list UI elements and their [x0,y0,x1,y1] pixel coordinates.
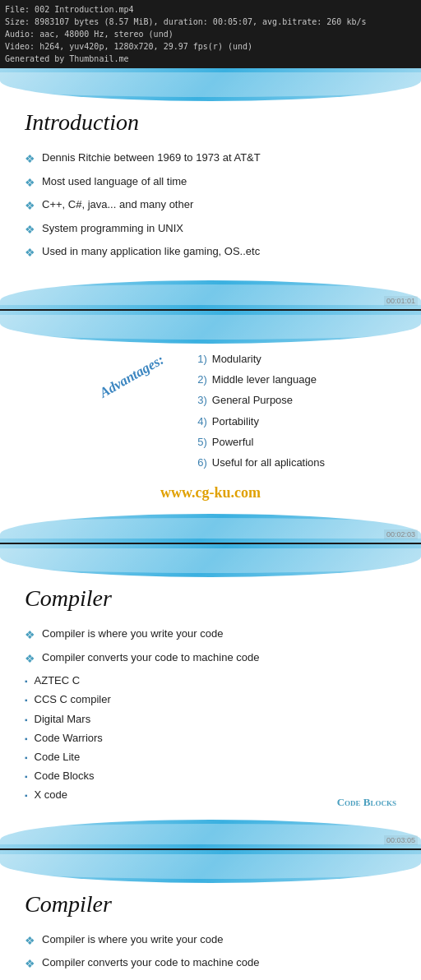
list-num: 1) [192,352,207,367]
list-item: ▪ X code [25,788,396,802]
list-num: 2) [192,372,207,387]
bullet-item: ❖ Dennis Ritchie between 1969 to 1973 at… [25,150,396,168]
list-text: CCS C compiler [35,692,111,707]
list-item: 2) Middle lever language [192,372,325,387]
file-info-line4: Video: h264, yuv420p, 1280x720, 29.97 fp… [5,40,416,53]
list-item: ▪ AZTEC C [25,673,396,688]
file-info-line5: Generated by Thumbnail.me [5,53,416,65]
diamond-icon: ❖ [25,627,35,644]
list-text: Digital Mars [35,712,91,727]
square-icon: ▪ [25,733,28,745]
list-text: Powerful [212,435,254,450]
bullet-text: Most used language of all time [42,174,187,189]
slide-introduction: Introduction ❖ Dennis Ritchie between 19… [0,68,421,309]
bullet-text: C++, C#, java... and many other [42,197,193,212]
list-text: General Purpose [212,393,293,408]
bullet-item: ❖ Compiler is where you write your code [25,626,396,644]
list-text: Modularity [212,352,261,367]
diamond-icon: ❖ [25,651,35,668]
bullet-text: Compiler is where you write your code [42,932,223,947]
list-num: 4) [192,414,207,429]
list-text: Useful for all aplications [212,455,325,470]
timestamp-slide3: 00:03:05 [384,835,418,845]
list-text: X code [35,788,67,802]
list-num: 5) [192,435,207,450]
file-info-line1: File: 002 Introduction.mp4 [5,3,416,16]
bullet-text: Compiler converts your code to machine c… [42,650,259,665]
slide3-sub-list: ▪ AZTEC C ▪ CCS C compiler ▪ Digital Mar… [25,673,396,802]
timestamp-slide2: 00:02:03 [384,529,418,539]
list-item: ▪ CCS C compiler [25,692,396,707]
list-text: Code Lite [35,750,81,765]
bullet-item: ❖ Compiler converts your code to machine… [25,955,396,973]
slide4-title: Compiler [25,891,396,918]
square-icon: ▪ [25,695,28,706]
advantages-list: 1) Modularity 2) Middle lever language 3… [192,352,325,476]
diamond-icon: ❖ [25,222,35,238]
advantages-inner: Advantages: 1) Modularity 2) Middle leve… [16,352,405,476]
list-item: ▪ Code Warriors [25,731,396,746]
diamond-icon: ❖ [25,198,35,215]
list-text: Middle lever language [212,372,317,387]
advantages-label: Advantages: [97,352,167,402]
list-text: Code Blocks [35,769,95,784]
advantages-label-wrapper: Advantages: [96,352,192,385]
bullet-text: Compiler is where you write your code [42,626,223,641]
slide-compiler-2: Compiler ❖ Compiler is where you write y… [0,850,421,980]
list-item: 6) Useful for all aplications [192,455,325,470]
bullet-item: ❖ C++, C#, java... and many other [25,197,396,215]
diamond-icon: ❖ [25,175,35,192]
file-info-line2: Size: 8983107 bytes (8.57 MiB), duration… [5,16,416,28]
list-item: 3) General Purpose [192,393,325,408]
slide4-main-bullets: ❖ Compiler is where you write your code … [25,932,396,973]
bullet-item: ❖ Most used language of all time [25,174,396,192]
bullet-text: Compiler converts your code to machine c… [42,955,259,970]
bullet-text: Used in many application like gaming, OS… [42,244,260,259]
slide-compiler-1: Compiler ❖ Compiler is where you write y… [0,544,421,848]
list-item: 4) Portability [192,414,325,429]
list-num: 3) [192,393,207,408]
bullet-item: ❖ System programming in UNIX [25,221,396,238]
square-icon: ▪ [25,771,28,783]
square-icon: ▪ [25,790,28,802]
bullet-text: System programming in UNIX [42,221,183,236]
list-item: 5) Powerful [192,435,325,450]
diamond-icon: ❖ [25,151,35,168]
list-item: ▪ Digital Mars [25,712,396,727]
slide3-title: Compiler [25,585,396,612]
timestamp-slide1: 00:01:01 [384,296,418,306]
list-text: AZTEC C [35,673,81,688]
square-icon: ▪ [25,752,28,764]
bullet-item: ❖ Compiler converts your code to machine… [25,650,396,668]
square-icon: ▪ [25,676,28,687]
bullet-text: Dennis Ritchie between 1969 to 1973 at A… [42,150,261,165]
list-item: ▪ Code Blocks [25,769,396,784]
slide-advantages: Advantages: 1) Modularity 2) Middle leve… [0,311,421,543]
diamond-icon: ❖ [25,956,35,973]
file-info: File: 002 Introduction.mp4 Size: 8983107… [0,0,421,68]
file-info-line3: Audio: aac, 48000 Hz, stereo (und) [5,28,416,40]
list-text: Code Warriors [35,731,103,746]
slide3-main-bullets: ❖ Compiler is where you write your code … [25,626,396,667]
list-item: ▪ Code Lite [25,750,396,765]
list-num: 6) [192,455,207,470]
bullet-item: ❖ Compiler is where you write your code [25,932,396,950]
diamond-icon: ❖ [25,933,35,950]
website-label: www.cg-ku.com [160,484,261,502]
slide1-title: Introduction [25,109,396,136]
bullet-item: ❖ Used in many application like gaming, … [25,244,396,261]
slide1-bullet-list: ❖ Dennis Ritchie between 1969 to 1973 at… [25,150,396,261]
square-icon: ▪ [25,714,28,726]
list-item: 1) Modularity [192,352,325,367]
diamond-icon: ❖ [25,245,35,261]
list-text: Portability [212,414,259,429]
